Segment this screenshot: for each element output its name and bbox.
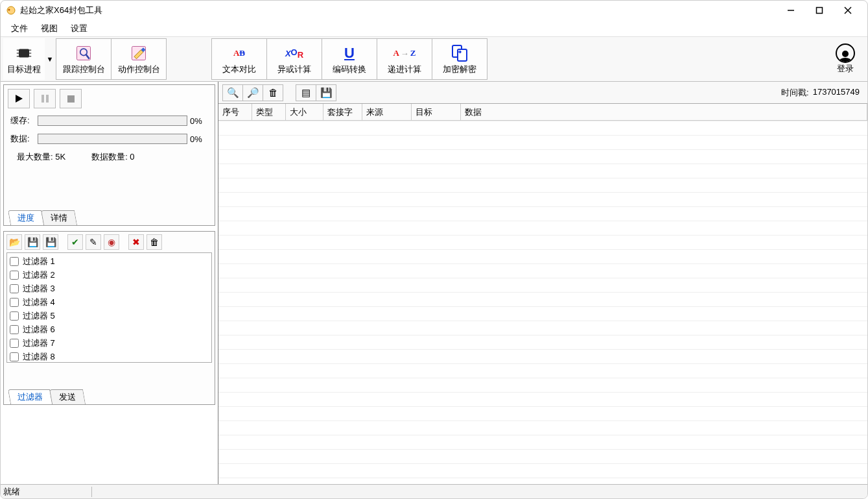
filter-checkbox[interactable]	[10, 298, 19, 307]
data-label: 数据:	[10, 133, 38, 145]
content-area: 缓存: 0% 数据: 0% 最大数量: 5K 数据数量: 0 进度 详情	[1, 82, 867, 484]
menu-file[interactable]: 文件	[5, 21, 34, 36]
list-item[interactable]: 过滤器 5	[8, 309, 210, 323]
copy-files-icon	[450, 43, 469, 64]
col-target[interactable]: 目标	[412, 104, 461, 120]
encode-convert-button[interactable]: U 编码转换	[322, 38, 377, 80]
svg-rect-21	[46, 95, 49, 103]
list-item[interactable]: 过滤器 1	[8, 254, 210, 268]
left-pane: 缓存: 0% 数据: 0% 最大数量: 5K 数据数量: 0 进度 详情	[1, 82, 218, 484]
check-button[interactable]: ✔	[67, 234, 83, 250]
xor-calc-button[interactable]: XOR 异或计算	[266, 38, 322, 80]
save-button[interactable]: 💾	[25, 234, 40, 250]
list-item[interactable]: 过滤器 4	[8, 295, 210, 309]
login-button[interactable]: 登录	[826, 38, 865, 80]
list-item[interactable]: 过滤器 6	[8, 323, 210, 336]
text-compare-button[interactable]: AB 文本对比	[211, 38, 267, 80]
svg-rect-6	[19, 49, 29, 58]
col-type[interactable]: 类型	[252, 104, 286, 120]
timestamp-label: 时间戳:	[781, 87, 809, 99]
list-item[interactable]: 过滤器 2	[8, 268, 210, 282]
grid-header: 序号 类型 大小 套接字 来源 目标 数据	[218, 104, 867, 121]
trace-console-button[interactable]: 跟踪控制台	[56, 38, 111, 80]
app-icon	[6, 5, 16, 16]
ab-icon: AB	[233, 43, 245, 64]
underline-u-icon: U	[344, 43, 355, 64]
pause-button[interactable]	[34, 89, 56, 108]
play-button[interactable]	[8, 89, 30, 108]
cache-progress	[38, 116, 187, 126]
target-process-button[interactable]: 目标进程	[3, 38, 45, 80]
target-process-dropdown[interactable]: ▼	[44, 46, 56, 72]
list-item[interactable]: 过滤器 7	[8, 336, 210, 350]
data-count: 数据数量: 0	[91, 151, 134, 163]
tab-progress[interactable]: 进度	[8, 210, 44, 225]
col-index[interactable]: 序号	[218, 104, 252, 120]
minimize-button[interactable]	[777, 1, 805, 20]
filter-checkbox[interactable]	[10, 339, 19, 348]
status-divider	[91, 487, 92, 497]
zoom-out-button[interactable]: 🔎	[242, 84, 263, 101]
avatar-icon	[836, 43, 855, 63]
trash-button[interactable]: 🗑	[147, 234, 162, 250]
radix-calc-button[interactable]: A→Z 递进计算	[377, 38, 432, 80]
edit-button[interactable]: ✎	[86, 234, 101, 250]
cache-label: 缓存:	[10, 115, 38, 127]
list-view-button[interactable]: ▤	[296, 84, 316, 101]
grid-body[interactable]	[218, 121, 867, 484]
action-console-button[interactable]: 动作控制台	[111, 38, 167, 80]
title-bar: 起始之家X64封包工具	[1, 1, 867, 20]
filter-panel: 📂 💾 💾 ✔ ✎ ◉ ✖ 🗑 过滤器 1 过滤器 2 过滤器 3 过滤器 4 …	[3, 231, 215, 405]
menu-bar: 文件 视图 设置	[1, 20, 867, 37]
toggle-button[interactable]: ◉	[104, 234, 119, 250]
filter-checkbox[interactable]	[10, 284, 19, 293]
col-data[interactable]: 数据	[461, 104, 867, 120]
xor-icon: XOR	[285, 43, 303, 64]
status-bar: 就绪	[1, 484, 867, 498]
menu-settings[interactable]: 设置	[64, 21, 94, 36]
svg-marker-19	[16, 95, 23, 103]
filter-checkbox[interactable]	[10, 257, 19, 266]
save-packet-button[interactable]: 💾	[316, 84, 336, 101]
filter-checkbox[interactable]	[10, 352, 19, 361]
tab-details[interactable]: 详情	[41, 210, 77, 225]
col-size[interactable]: 大小	[286, 104, 323, 120]
zoom-in-button[interactable]: 🔍	[222, 84, 243, 101]
open-button[interactable]: 📂	[6, 234, 22, 250]
max-count: 最大数量: 5K	[17, 151, 65, 163]
close-button[interactable]	[834, 1, 862, 20]
tab-filter[interactable]: 过滤器	[8, 389, 53, 404]
col-source[interactable]: 来源	[362, 104, 412, 120]
tab-send[interactable]: 发送	[49, 389, 86, 404]
list-item[interactable]: 过滤器 3	[8, 282, 210, 295]
data-progress	[38, 134, 187, 144]
stop-button[interactable]	[60, 89, 82, 108]
delete-button[interactable]: ✖	[128, 234, 144, 250]
progress-panel: 缓存: 0% 数据: 0% 最大数量: 5K 数据数量: 0 进度 详情	[3, 84, 215, 226]
magnifier-doc-icon	[73, 43, 94, 64]
menu-view[interactable]: 视图	[34, 21, 64, 36]
list-item[interactable]: 过滤器 8	[8, 350, 210, 363]
data-pct: 0%	[190, 134, 208, 144]
svg-point-1	[8, 9, 10, 11]
main-toolbar: 目标进程 ▼ 跟踪控制台 动作控制台 AB 文本对比 XOR 异或计算 U 编码…	[1, 37, 867, 82]
filter-checkbox[interactable]	[10, 325, 19, 334]
az-icon: A→Z	[393, 43, 416, 64]
svg-point-0	[7, 6, 15, 14]
chip-icon	[14, 43, 34, 64]
col-socket[interactable]: 套接字	[323, 104, 362, 120]
sub-toolbar: 🔍 🔎 🗑 ▤ 💾 时间戳: 1737015749	[218, 82, 867, 104]
window-title: 起始之家X64封包工具	[20, 5, 777, 16]
maximize-button[interactable]	[805, 1, 834, 20]
filter-checkbox[interactable]	[10, 311, 19, 321]
timestamp-value: 1737015749	[813, 87, 860, 99]
filter-list[interactable]: 过滤器 1 过滤器 2 过滤器 3 过滤器 4 过滤器 5 过滤器 6 过滤器 …	[6, 252, 212, 363]
save-all-button[interactable]: 💾	[43, 234, 58, 250]
trash-button-2[interactable]: 🗑	[263, 84, 283, 101]
crypto-button[interactable]: 加密解密	[432, 38, 487, 80]
cache-pct: 0%	[190, 116, 208, 126]
filter-checkbox[interactable]	[10, 271, 19, 280]
svg-rect-18	[458, 49, 467, 61]
status-text: 就绪	[3, 486, 20, 498]
svg-rect-3	[817, 8, 823, 14]
